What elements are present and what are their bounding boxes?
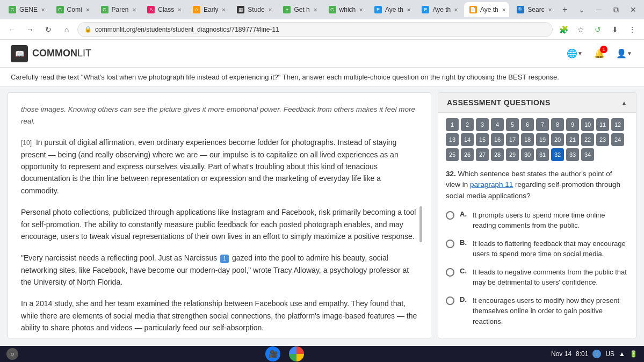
bookmark-button[interactable]: ☆ — [573, 22, 588, 37]
minimize-button[interactable]: ─ — [591, 2, 606, 17]
tab-favicon: 🔍 — [517, 6, 524, 13]
tab-comi[interactable]: C Comi ✕ — [51, 2, 93, 17]
option-d[interactable]: D. It encourages users to modify how the… — [446, 295, 628, 327]
paragraph-12-text-content: "Every narcissist needs a reflecting poo… — [21, 252, 418, 288]
paragraph-prev: those images. Knowing others can see the… — [21, 104, 418, 127]
q-num-12[interactable]: 12 — [611, 118, 624, 131]
q-num-25[interactable]: 25 — [446, 148, 459, 161]
address-text: commonlit.org/en/students/student_diagno… — [95, 26, 279, 33]
download-button[interactable]: ⬇ — [607, 22, 623, 37]
option-a[interactable]: A. It prompts users to spend more time o… — [446, 210, 628, 231]
new-tab-button[interactable]: + — [558, 2, 572, 17]
logo-text: COMMONLIT — [32, 48, 91, 59]
q-num-14[interactable]: 14 — [461, 133, 474, 146]
q-num-11[interactable]: 11 — [596, 118, 609, 131]
scrollbar-track[interactable] — [419, 206, 422, 242]
tab-paren[interactable]: G Paren ✕ — [96, 2, 140, 17]
radio-a[interactable] — [446, 211, 454, 220]
notification-button[interactable]: 🔔 1 — [590, 45, 609, 63]
tab-class[interactable]: A Class ✕ — [142, 2, 185, 17]
address-bar[interactable]: 🔒 commonlit.org/en/students/student_diag… — [77, 22, 553, 37]
tab-close-icon[interactable]: ✕ — [41, 7, 45, 13]
app-header: 📖 COMMONLIT 🌐 ▼ 🔔 1 👤 ▼ — [0, 40, 644, 68]
tab-early[interactable]: A Early ✕ — [187, 2, 229, 17]
tab-ayeth2[interactable]: E Aye th ✕ — [416, 2, 461, 17]
globe-button[interactable]: 🌐 ▼ — [566, 45, 584, 63]
forward-button[interactable]: → — [23, 22, 38, 37]
reload-button[interactable]: ↻ — [41, 22, 56, 37]
tab-label: GENE — [19, 6, 38, 13]
q-num-21[interactable]: 21 — [566, 133, 579, 146]
user-menu-button[interactable]: 👤 ▼ — [615, 45, 633, 63]
q-num-28[interactable]: 28 — [491, 148, 504, 161]
q-num-5[interactable]: 5 — [506, 118, 519, 131]
tab-close-icon[interactable]: ✕ — [85, 7, 90, 13]
home-button[interactable]: ⌂ — [59, 22, 74, 37]
q-num-30[interactable]: 30 — [521, 148, 534, 161]
tab-favicon: E — [374, 6, 382, 13]
tab-gene[interactable]: G GENE ✕ — [3, 2, 49, 17]
tab-close-icon[interactable]: ✕ — [268, 7, 272, 13]
tab-close-icon[interactable]: ✕ — [548, 7, 552, 13]
q-num-22[interactable]: 22 — [581, 133, 594, 146]
q-num-32[interactable]: 32 — [551, 148, 564, 161]
q-num-9[interactable]: 9 — [566, 118, 579, 131]
q-num-4[interactable]: 4 — [491, 118, 504, 131]
tab-geth[interactable]: + Get h ✕ — [278, 2, 321, 17]
q-num-16[interactable]: 16 — [491, 133, 504, 146]
tab-close-icon[interactable]: ✕ — [502, 7, 506, 13]
tab-favicon: ▦ — [237, 6, 244, 13]
tab-close-icon[interactable]: ✕ — [177, 7, 182, 13]
back-button[interactable]: ← — [4, 22, 19, 37]
option-c[interactable]: C. It leads to negative comments from th… — [446, 267, 628, 288]
q-num-18[interactable]: 18 — [521, 133, 534, 146]
sync-button[interactable]: ↺ — [590, 22, 605, 37]
q-num-6[interactable]: 6 — [521, 118, 534, 131]
q-num-26[interactable]: 26 — [461, 148, 474, 161]
radio-c[interactable] — [446, 268, 454, 277]
tab-label: Stude — [248, 6, 264, 13]
paragraph-11-link[interactable]: paragraph 11 — [470, 180, 513, 189]
menu-button[interactable]: ⋮ — [625, 22, 640, 37]
option-b[interactable]: B. It leads to flattering feedback that … — [446, 238, 628, 259]
radio-b[interactable] — [446, 240, 454, 248]
q-num-17[interactable]: 17 — [506, 133, 519, 146]
tab-searc[interactable]: 🔍 Searc ✕ — [511, 2, 555, 17]
q-num-20[interactable]: 20 — [551, 133, 564, 146]
q-num-33[interactable]: 33 — [566, 148, 579, 161]
tab-close-icon[interactable]: ✕ — [454, 7, 458, 13]
tab-stude[interactable]: ▦ Stude ✕ — [231, 2, 276, 17]
q-num-8[interactable]: 8 — [551, 118, 564, 131]
tab-ayeth3-active[interactable]: 📄 Aye th ✕ — [464, 2, 509, 17]
tab-which[interactable]: G which ✕ — [323, 2, 367, 17]
tab-close-icon[interactable]: ✕ — [221, 7, 226, 13]
tab-favicon: A — [193, 6, 200, 13]
q-num-29[interactable]: 29 — [506, 148, 519, 161]
q-num-23[interactable]: 23 — [596, 133, 609, 146]
radio-d[interactable] — [446, 296, 454, 305]
q-num-27[interactable]: 27 — [476, 148, 489, 161]
tab-close-icon[interactable]: ✕ — [407, 7, 411, 13]
q-num-1[interactable]: 1 — [446, 118, 459, 131]
tab-label: Aye th — [480, 6, 498, 13]
q-num-7[interactable]: 7 — [536, 118, 549, 131]
q-num-2[interactable]: 2 — [461, 118, 474, 131]
close-button[interactable]: ✕ — [626, 2, 641, 17]
restore-button[interactable]: ⧉ — [609, 2, 624, 17]
tab-close-icon[interactable]: ✕ — [359, 7, 363, 13]
q-num-10[interactable]: 10 — [581, 118, 594, 131]
q-num-3[interactable]: 3 — [476, 118, 489, 131]
q-num-13[interactable]: 13 — [446, 133, 459, 146]
browser-nav-bar: ← → ↻ ⌂ 🔒 commonlit.org/en/students/stud… — [0, 19, 644, 40]
q-num-15[interactable]: 15 — [476, 133, 489, 146]
q-num-24[interactable]: 24 — [611, 133, 624, 146]
tab-close-icon[interactable]: ✕ — [313, 7, 317, 13]
tab-close-icon[interactable]: ✕ — [132, 7, 136, 13]
q-num-31[interactable]: 31 — [536, 148, 549, 161]
extensions-button[interactable]: 🧩 — [556, 22, 571, 37]
q-num-19[interactable]: 19 — [536, 133, 549, 146]
tab-list-button[interactable]: ⌄ — [574, 2, 589, 17]
q-num-34[interactable]: 34 — [581, 148, 594, 161]
collapse-icon[interactable] — [621, 99, 627, 107]
tab-ayeth1[interactable]: E Aye th ✕ — [369, 2, 414, 17]
